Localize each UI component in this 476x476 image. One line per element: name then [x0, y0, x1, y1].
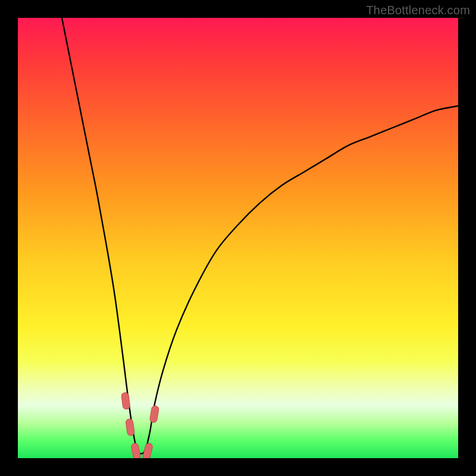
chart-frame: TheBottleneck.com: [0, 0, 476, 476]
watermark-text: TheBottleneck.com: [366, 4, 470, 17]
plot-area: [18, 18, 458, 458]
gradient-background: [18, 18, 458, 458]
chart-svg: [18, 18, 458, 458]
